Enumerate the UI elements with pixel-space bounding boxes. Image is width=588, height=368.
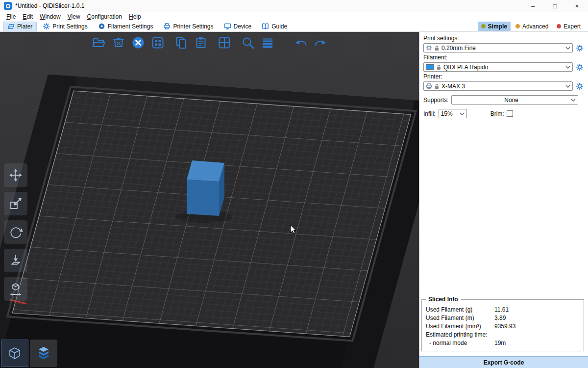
app-logo-icon [4, 2, 12, 10]
chevron-down-icon [565, 47, 570, 50]
tab-label: Guide [271, 23, 287, 30]
print-settings-select[interactable]: 0.20mm Fine [423, 43, 573, 53]
tab-plater[interactable]: Plater [3, 22, 37, 31]
delete-all-button[interactable] [130, 34, 147, 51]
mode-label: Expert [564, 23, 581, 30]
sliced-info-row: Estimated printing time: [426, 331, 580, 338]
editor-3d-view-icon [7, 346, 22, 360]
advanced-mode-dot [515, 24, 520, 28]
lock-icon [436, 64, 441, 70]
tab-bar: Plater Print Settings Filament Settings … [0, 21, 588, 32]
printer-icon [163, 23, 171, 30]
3d-viewport[interactable] [0, 32, 419, 368]
edit-gear-icon [576, 82, 584, 90]
close-button[interactable]: × [566, 0, 588, 12]
title-bar: *Untitled - QIDISlicer-1.0.1 – □ × [0, 0, 588, 12]
tab-print-settings[interactable]: Print Settings [38, 22, 92, 31]
layers-preview-icon [36, 346, 51, 361]
mode-expert[interactable]: Expert [553, 22, 584, 31]
delete-button[interactable] [110, 34, 127, 51]
mode-simple[interactable]: Simple [478, 22, 511, 31]
scale-tool-button[interactable] [4, 192, 27, 215]
menu-configuration[interactable]: Configuration [84, 13, 125, 21]
scale-icon [8, 196, 23, 211]
filament-icon [98, 23, 105, 30]
main-area: Print settings: 0.20mm Fine [0, 32, 588, 368]
rotate-icon [8, 225, 23, 239]
undo-button[interactable] [293, 34, 309, 51]
rotate-tool-button[interactable] [4, 220, 27, 244]
printer-edit-button[interactable] [575, 82, 584, 91]
split-objects-icon [217, 35, 232, 50]
delete-icon [111, 35, 126, 50]
window-title: *Untitled - QIDISlicer-1.0.1 [15, 2, 84, 9]
mode-advanced[interactable]: Advanced [512, 22, 552, 31]
mode-label: Simple [488, 23, 507, 30]
layers-preview-button[interactable] [30, 340, 57, 367]
move-tool-button[interactable] [4, 163, 27, 187]
measure-tool-button[interactable] [4, 277, 27, 301]
model-cube[interactable] [187, 160, 224, 216]
paste-icon [194, 35, 208, 50]
sliced-info-row: Used Filament (m) 3.89 [426, 315, 580, 321]
mode-switcher: Simple Advanced Expert [478, 22, 585, 31]
editor-3d-view-button[interactable] [1, 340, 28, 367]
filament-select[interactable]: QIDI PLA Rapido [423, 62, 573, 72]
sliced-info-title: Sliced Info [426, 296, 461, 303]
filament-edit-button[interactable] [575, 63, 584, 72]
printer-value: X-MAX 3 [441, 83, 564, 90]
printer-label: Printer: [423, 73, 584, 80]
filament-label: Filament: [423, 54, 584, 61]
infill-value: 15% [441, 110, 458, 117]
minimize-button[interactable]: – [522, 0, 544, 12]
menu-window[interactable]: Window [36, 13, 64, 21]
tab-device[interactable]: Device [220, 22, 256, 31]
tab-label: Print Settings [52, 23, 87, 30]
sliced-info-row: - normal mode 19m [426, 340, 580, 346]
lock-icon [434, 83, 440, 89]
gear-icon [43, 23, 50, 30]
export-gcode-button[interactable]: Export G-code [419, 356, 588, 368]
menu-file[interactable]: File [3, 13, 19, 21]
menu-view[interactable]: View [64, 13, 84, 21]
measure-icon [8, 282, 23, 296]
open-file-button[interactable] [91, 34, 107, 51]
arrange-icon [150, 35, 165, 50]
view-switch [1, 340, 57, 367]
variable-layer-height-icon [260, 35, 275, 50]
edit-gear-icon [576, 44, 584, 52]
supports-select[interactable]: None [451, 95, 578, 105]
infill-select[interactable]: 15% [439, 109, 467, 118]
menu-help[interactable]: Help [125, 13, 145, 21]
infill-label: Infill: [423, 110, 436, 117]
brim-label: Brim: [490, 110, 504, 117]
profile-gear-icon [426, 45, 432, 51]
split-objects-button[interactable] [216, 34, 233, 51]
print-settings-label: Print settings: [423, 35, 584, 42]
chevron-down-icon [565, 66, 570, 69]
print-settings-value: 0.20mm Fine [441, 45, 564, 52]
copy-button[interactable] [173, 34, 190, 51]
search-button[interactable] [240, 34, 256, 51]
scene-canvas[interactable] [0, 32, 419, 368]
variable-layer-height-button[interactable] [259, 34, 276, 51]
chevron-down-icon [460, 112, 465, 115]
supports-value: None [454, 97, 569, 104]
paste-button[interactable] [193, 34, 209, 51]
print-settings-edit-button[interactable] [575, 44, 584, 53]
tab-printer-settings[interactable]: Printer Settings [159, 22, 218, 31]
brim-checkbox[interactable] [507, 110, 513, 117]
delete-all-icon [131, 35, 146, 50]
arrange-button[interactable] [149, 34, 166, 51]
supports-label: Supports: [423, 97, 448, 104]
redo-button[interactable] [312, 34, 329, 51]
maximize-button[interactable]: □ [544, 0, 566, 12]
qidislicer-window: *Untitled - QIDISlicer-1.0.1 – □ × File … [0, 0, 588, 368]
menu-edit[interactable]: Edit [19, 13, 36, 21]
tab-filament-settings[interactable]: Filament Settings [94, 22, 158, 31]
printer-select[interactable]: X-MAX 3 [423, 81, 573, 91]
tab-guide[interactable]: Guide [257, 22, 292, 31]
object-manipulation-toolbar [4, 163, 27, 301]
printer-mini-icon [426, 83, 432, 89]
place-on-face-tool-button[interactable] [4, 249, 27, 272]
